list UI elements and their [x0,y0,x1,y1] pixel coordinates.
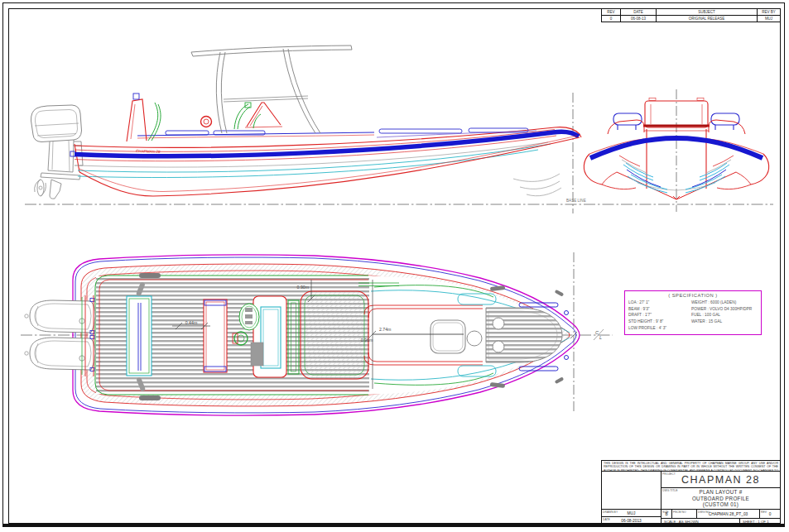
drawing-sheet: BASE LINE C L [0,0,789,532]
sheet-border-inner [8,8,781,524]
